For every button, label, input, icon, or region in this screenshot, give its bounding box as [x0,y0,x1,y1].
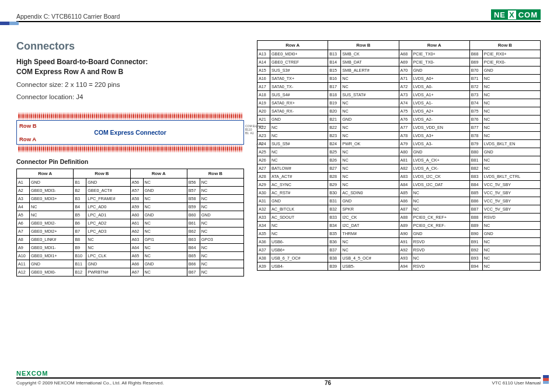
connector-diagram: Row B COM Express Connector Row A COM Ex… [16,113,244,152]
signal-name: NC [270,132,328,140]
connector-location: Connector location: J4 [16,92,244,102]
table-row: A20SATA0_RX-B20NCA75LVDS_A2+B75NC [257,107,541,116]
pin-id: B66 [187,260,200,268]
signal-name: NC [341,99,399,107]
signal-name: VCC_5V_SBY [482,197,540,205]
signal-name: NC [482,124,540,132]
row-a-label: Row A [19,136,36,142]
pin-id: B89 [469,222,482,230]
pin-id: A71 [399,75,412,83]
pin-id: B4 [74,203,86,211]
pin-table-left: Row A Row B Row A Row B A1GNDB1GNDA56NCB… [16,169,244,276]
pin-id: A3 [17,195,30,203]
signal-name: NC [270,156,328,164]
signal-name: GBE0_MDI0+ [270,50,328,58]
pin-id: B74 [469,99,482,107]
signal-name: NC [270,230,328,238]
signal-name: USB5- [341,262,399,271]
signal-name: GND [143,260,187,268]
pin-id: B32 [328,205,341,214]
table-row: A3GBE0_MDI3+B3LPC_FRAME#A58NCB58NC [17,195,244,203]
pin-id: B7 [74,228,86,236]
table-row: A8GBE0_LINK#B8NCA63GPI1B63GPO3 [17,236,244,244]
copyright: Copyright © 2009 NEXCOM International Co… [16,380,164,386]
pin-id: B70 [469,66,482,75]
pin-id: B39 [328,262,341,271]
th-rowa: Row A [399,41,469,50]
pin-id: A79 [399,140,412,148]
signal-name: NC [482,132,540,140]
pin-id: A91 [399,238,412,246]
signal-name: NC [482,83,540,91]
table-row: A36USB6-B36NCA91RSVDB91NC [257,238,541,246]
signal-name: LVDS_I2C_DAT [412,181,469,189]
signal-name: GND [341,116,399,124]
signal-name: NC [143,203,187,211]
pin-id: A14 [257,58,270,66]
table-row: A28ATA_ACT#B28NCA83LVDS_I2C_CKB83LVDS_BK… [257,173,541,181]
signal-name: NC [270,124,328,132]
pin-id: B57 [187,187,200,195]
table-row: A26NCB26NCA81LVDS_A_CK+B81NC [257,156,541,164]
table-row: A24SUS_S5#B24PWR_OKA79LVDS_A3-B79LVDS_BK… [257,140,541,148]
pin-id: A60 [130,211,143,219]
table-row: A31GNDB31GNDA86NCB86VCC_5V_SBY [257,197,541,205]
th-rowb: Row B [469,41,540,50]
signal-name: GBE0_MDI2+ [30,228,74,236]
signal-name: NC [30,203,74,211]
signal-name: NC [143,252,187,260]
pin-id: B61 [187,219,200,228]
signal-name: NC [412,254,469,262]
signal-name: SMB_ALERT# [341,66,399,75]
signal-name: SATA0_RX- [270,107,328,116]
signal-name: NC [200,252,243,260]
breadcrumb: Appendix C: VTCB6110 Carrier Board [16,13,120,20]
pin-id: B21 [328,116,341,124]
signal-name: AC_BITCLK [270,205,328,214]
pin-id: A15 [257,66,270,75]
signal-name: THRM# [341,230,399,238]
pin-id: B13 [328,50,341,58]
signal-name: NC [341,83,399,91]
pin-id: A30 [257,189,270,197]
page-header: Appendix C: VTCB6110 Carrier Board NE X … [16,9,541,22]
th-rowa: Row A [17,169,74,178]
signal-name: NC [482,99,540,107]
pin-id: A37 [257,246,270,254]
signal-name: NC [200,228,243,236]
signal-name: GND [482,230,540,238]
pin-id: A56 [130,178,143,187]
pin-id: A74 [399,99,412,107]
signal-name: LPC_AD3 [86,228,130,236]
pin-id: B19 [328,99,341,107]
pin-id: B1 [74,178,86,187]
table-row: A14GBE0_CTREFB14SMB_DATA69PCIE_TX0-B69PC… [257,58,541,66]
pin-id: A33 [257,214,270,222]
pin-id: B23 [328,132,341,140]
page-footer: NEXCOM Copyright © 2009 NEXCOM Internati… [16,370,541,386]
pin-id: A64 [130,244,143,252]
pin-id: A58 [130,195,143,203]
pin-id: A26 [257,156,270,164]
signal-name: GND [86,260,130,268]
pin-id: A27 [257,164,270,173]
pin-id: B92 [469,246,482,254]
pin-id: B80 [469,148,482,156]
signal-name: GBE0_MDI1+ [30,252,74,260]
pin-id: A72 [399,83,412,91]
signal-name: NC [200,219,243,228]
pin-id: B67 [187,268,200,276]
signal-name: NC [482,107,540,116]
signal-name: NC [86,244,130,252]
signal-name: GND [482,66,540,75]
signal-name: AC_SYNC [270,181,328,189]
pin-id: B9 [74,244,86,252]
pin-id: A85 [399,189,412,197]
signal-name: RSVD [482,214,540,222]
signal-name: NC [143,195,187,203]
signal-name: LPC_AD2 [86,219,130,228]
signal-name: GPO3 [200,236,243,244]
signal-name: LVDS_A3+ [412,132,469,140]
pin-id: B82 [469,164,482,173]
pin-id: B26 [328,156,341,164]
